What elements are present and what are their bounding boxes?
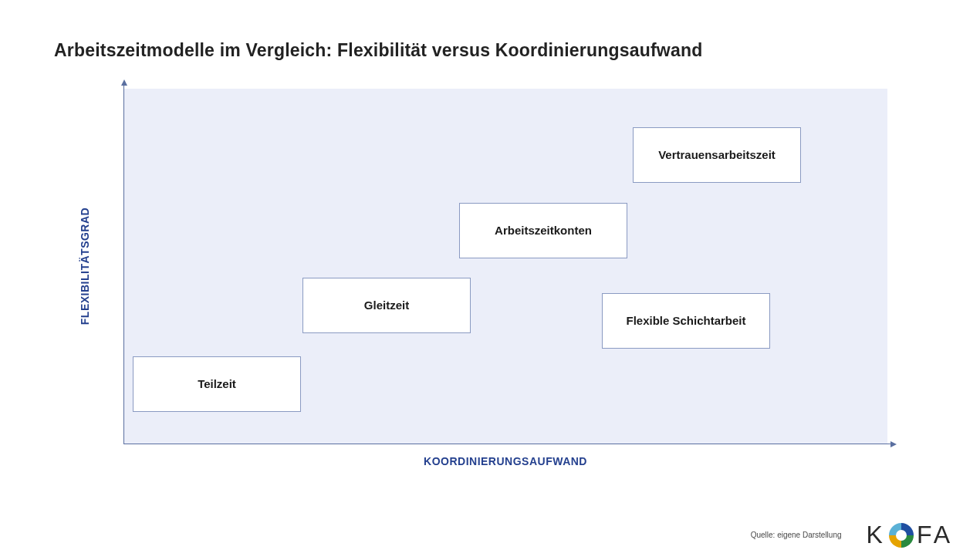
x-axis-label: KOORDINIERUNGSAUFWAND — [123, 455, 887, 467]
data-box: Gleitzeit — [302, 278, 471, 333]
data-box: Vertrauensarbeitszeit — [633, 127, 801, 183]
x-axis — [123, 444, 895, 444]
data-box: Arbeitszeitkonten — [459, 203, 627, 258]
y-axis — [123, 81, 124, 444]
data-box: Teilzeit — [133, 356, 301, 412]
data-box-label: Gleitzeit — [364, 299, 409, 313]
y-axis-label: FLEXIBILITÄTSGRAD — [79, 207, 91, 325]
data-box: Flexible Schichtarbeit — [602, 293, 770, 349]
y-axis-arrow-icon — [121, 79, 127, 86]
source-line: Quelle: eigene Darstellung — [751, 531, 842, 539]
footer: Quelle: eigene Darstellung K FA — [751, 521, 953, 549]
brand-logo: K FA — [867, 521, 953, 549]
brand-logo-prefix: K — [867, 521, 886, 549]
data-box-label: Teilzeit — [198, 377, 236, 392]
brand-logo-suffix: FA — [917, 521, 953, 549]
page: Arbeitszeitmodelle im Vergleich: Flexibi… — [0, 0, 980, 560]
data-box-label: Flexible Schichtarbeit — [626, 314, 745, 329]
data-box-label: Vertrauensarbeitszeit — [658, 148, 776, 163]
brand-logo-ring-icon — [889, 523, 914, 548]
x-axis-arrow-icon — [890, 441, 897, 447]
data-box-label: Arbeitszeitkonten — [495, 224, 592, 238]
chart-title: Arbeitszeitmodelle im Vergleich: Flexibi… — [54, 40, 702, 61]
